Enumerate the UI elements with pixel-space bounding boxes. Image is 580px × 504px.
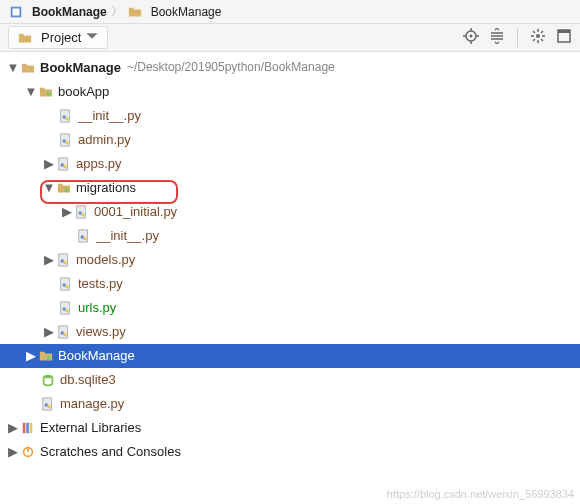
svg-point-13 xyxy=(65,141,69,145)
python-file-icon xyxy=(56,324,72,340)
svg-point-26 xyxy=(63,261,67,265)
project-tree: ▼ BookManage ~/Desktop/201905python/Book… xyxy=(0,52,580,468)
tree-label: views.py xyxy=(76,324,126,341)
svg-rect-6 xyxy=(558,30,570,33)
svg-point-32 xyxy=(65,309,69,313)
tree-node-file[interactable]: db.sqlite3 xyxy=(0,368,580,392)
chevron-right-icon: 〉 xyxy=(111,3,123,20)
breadcrumb: BookManage 〉 BookManage xyxy=(0,0,580,24)
tree-toggle-icon[interactable]: ▶ xyxy=(42,252,56,269)
svg-point-16 xyxy=(63,165,67,169)
svg-point-3 xyxy=(470,35,473,38)
package-folder-icon xyxy=(38,84,54,100)
tree-label: admin.py xyxy=(78,132,131,149)
tree-node-file[interactable]: admin.py xyxy=(0,128,580,152)
breadcrumb-label: BookManage xyxy=(32,5,107,19)
tree-node-file[interactable]: __init__.py xyxy=(0,224,580,248)
tree-toggle-icon[interactable]: ▶ xyxy=(42,324,56,341)
python-file-icon xyxy=(74,204,90,220)
tree-node-inner-package[interactable]: ▶ BookManage xyxy=(0,344,580,368)
tree-label: BookManage xyxy=(58,348,135,365)
locate-icon[interactable] xyxy=(463,28,479,47)
svg-rect-42 xyxy=(26,423,29,434)
python-file-icon xyxy=(76,228,92,244)
svg-point-37 xyxy=(44,375,53,379)
tree-node-migrations[interactable]: ▼ migrations xyxy=(0,176,580,200)
tree-toggle-icon[interactable]: ▶ xyxy=(6,444,20,461)
scratches-icon xyxy=(20,444,36,460)
database-file-icon xyxy=(40,372,56,388)
tree-toggle-icon[interactable]: ▶ xyxy=(42,156,56,173)
svg-rect-1 xyxy=(13,8,20,15)
tree-label: migrations xyxy=(76,180,136,197)
python-file-icon xyxy=(58,300,74,316)
svg-point-23 xyxy=(83,237,87,241)
tree-label: tests.py xyxy=(78,276,123,293)
python-file-icon xyxy=(58,108,74,124)
folder-icon xyxy=(20,60,36,76)
tree-label: External Libraries xyxy=(40,420,141,437)
tree-label: db.sqlite3 xyxy=(60,372,116,389)
svg-point-20 xyxy=(81,213,85,217)
package-folder-icon xyxy=(56,180,72,196)
svg-rect-41 xyxy=(23,423,26,434)
tree-node-file[interactable]: ▶ views.py xyxy=(0,320,580,344)
tree-node-file[interactable]: manage.py xyxy=(0,392,580,416)
python-file-icon xyxy=(58,276,74,292)
tree-label: manage.py xyxy=(60,396,124,413)
tree-node-file[interactable]: urls.py xyxy=(0,296,580,320)
svg-point-10 xyxy=(65,117,69,121)
svg-point-4 xyxy=(536,34,540,38)
python-file-icon xyxy=(58,132,74,148)
python-file-icon xyxy=(56,156,72,172)
tree-label: urls.py xyxy=(78,300,116,317)
breadcrumb-label: BookManage xyxy=(151,5,222,19)
tree-node-scratches[interactable]: ▶ Scratches and Consoles xyxy=(0,440,580,464)
svg-rect-43 xyxy=(30,423,33,434)
module-icon xyxy=(8,4,24,20)
python-file-icon xyxy=(40,396,56,412)
tree-toggle-icon[interactable]: ▶ xyxy=(60,204,74,221)
gear-icon[interactable] xyxy=(530,28,546,47)
svg-point-29 xyxy=(65,285,69,289)
tree-label: BookManage xyxy=(40,60,121,77)
tree-toggle-icon[interactable]: ▼ xyxy=(24,84,38,101)
dropdown-icon xyxy=(85,29,99,46)
breadcrumb-item-root[interactable]: BookManage xyxy=(8,4,107,20)
project-view-selector[interactable]: Project xyxy=(8,26,108,49)
svg-point-17 xyxy=(64,188,68,192)
tree-node-file[interactable]: ▶ models.py xyxy=(0,248,580,272)
svg-rect-45 xyxy=(27,448,29,452)
libraries-icon xyxy=(20,420,36,436)
breadcrumb-item-folder[interactable]: BookManage xyxy=(127,4,222,20)
tree-label: bookApp xyxy=(58,84,109,101)
tree-label: apps.py xyxy=(76,156,122,173)
tree-toggle-icon[interactable]: ▶ xyxy=(6,420,20,437)
svg-point-35 xyxy=(63,333,67,337)
svg-point-36 xyxy=(46,356,50,360)
svg-point-40 xyxy=(47,405,51,409)
folder-icon xyxy=(127,4,143,20)
svg-point-7 xyxy=(46,92,50,96)
tree-node-file[interactable]: tests.py xyxy=(0,272,580,296)
tree-node-external-libraries[interactable]: ▶ External Libraries xyxy=(0,416,580,440)
hide-icon[interactable] xyxy=(556,28,572,47)
tree-toggle-icon[interactable]: ▶ xyxy=(24,348,38,365)
tree-path: ~/Desktop/201905python/BookManage xyxy=(127,60,335,76)
tree-toggle-icon[interactable]: ▼ xyxy=(6,60,20,77)
tree-node-file[interactable]: __init__.py xyxy=(0,104,580,128)
project-view-label: Project xyxy=(41,30,81,45)
tree-label: 0001_initial.py xyxy=(94,204,177,221)
tree-label: __init__.py xyxy=(96,228,159,245)
tree-label: models.py xyxy=(76,252,135,269)
tree-node-package[interactable]: ▼ bookApp xyxy=(0,80,580,104)
tree-label: Scratches and Consoles xyxy=(40,444,181,461)
project-toolbar: Project xyxy=(0,24,580,52)
tree-node-file[interactable]: ▶ 0001_initial.py xyxy=(0,200,580,224)
tree-toggle-icon[interactable]: ▼ xyxy=(42,180,56,197)
watermark-text: https://blog.csdn.net/weixin_56993834 xyxy=(387,488,574,500)
tree-node-root[interactable]: ▼ BookManage ~/Desktop/201905python/Book… xyxy=(0,56,580,80)
tree-node-file[interactable]: ▶ apps.py xyxy=(0,152,580,176)
python-file-icon xyxy=(56,252,72,268)
expand-all-icon[interactable] xyxy=(489,28,505,47)
